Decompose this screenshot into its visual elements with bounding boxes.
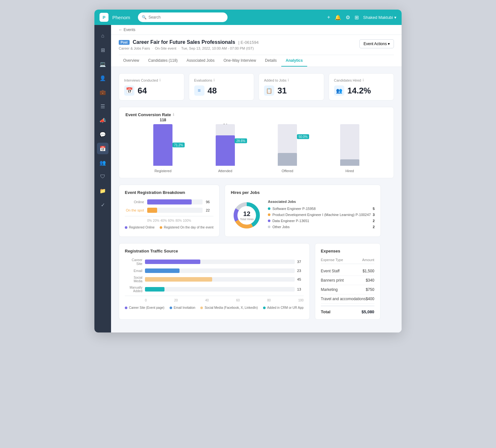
expense-row-travel: Travel and accomodations $400 bbox=[321, 294, 374, 304]
job-list-title: Associated Jobs bbox=[268, 200, 375, 204]
expense-row-marketing: Marketing $750 bbox=[321, 285, 374, 294]
traffic-row-email: Email 23 bbox=[125, 268, 304, 273]
sidebar-icon-folder[interactable]: 📁 bbox=[97, 185, 108, 196]
tab-candidates[interactable]: Candidates (118) bbox=[144, 55, 182, 67]
traffic-legend: Career Site (Event page) Email Invitatio… bbox=[125, 306, 304, 309]
sidebar-icon-grid[interactable]: ⊞ bbox=[97, 44, 108, 56]
tabs: Overview Candidates (118) Associated Job… bbox=[119, 55, 394, 67]
conv-label-hired: Hired bbox=[346, 169, 354, 173]
sidebar-icon-shield[interactable]: 🛡 bbox=[97, 171, 108, 182]
event-badge: Post bbox=[119, 40, 130, 45]
event-title: Career Fair for Future Sales Professiona… bbox=[133, 39, 235, 45]
breadcrumb[interactable]: ← Events bbox=[111, 25, 402, 35]
conv-label-registered: Registered bbox=[155, 169, 172, 173]
stat-interviews: Interviews Conducted ℹ 📅 64 bbox=[119, 73, 184, 100]
reg-axis: 0% 20% 40% 60% 80% 100% bbox=[125, 219, 213, 222]
conv-label-attended: Attended bbox=[218, 169, 232, 173]
settings-icon[interactable]: ⚙ bbox=[346, 14, 350, 20]
sidebar-icon-calendar[interactable]: 📅 bbox=[97, 143, 108, 154]
search-input[interactable] bbox=[148, 15, 224, 20]
app-logo: P bbox=[100, 13, 108, 22]
conversion-chart: 118 71.2% Registered 84 bbox=[125, 122, 387, 173]
info-icon-conv: ℹ bbox=[173, 113, 174, 117]
sidebar-icon-check[interactable]: ✓ bbox=[97, 199, 108, 211]
reg-bar-spot: On the spot 22 bbox=[125, 208, 213, 213]
sidebar-icon-chat[interactable]: 💬 bbox=[97, 129, 108, 140]
stat-interviews-label: Interviews Conducted bbox=[124, 78, 158, 82]
job-row-2: Product Development Engineer I (Machine … bbox=[268, 213, 375, 217]
stat-evaluations: Evaluations ℹ ≡ 48 bbox=[189, 73, 254, 100]
traffic-bars: Career Site 37 Email bbox=[125, 258, 304, 293]
info-icon: ℹ bbox=[159, 78, 161, 82]
bell-icon[interactable]: 🔔 bbox=[335, 14, 341, 20]
event-actions-button[interactable]: Event Actions ▾ bbox=[359, 39, 394, 48]
calendar-icon: 📅 bbox=[124, 85, 134, 96]
grid-icon[interactable]: ⊞ bbox=[355, 14, 359, 20]
user-menu[interactable]: Shaked Maktubi ▾ bbox=[363, 15, 396, 20]
donut-section: 12 Total Hires Associated Jobs Software … bbox=[231, 199, 375, 231]
expenses-card: Expenses Expense Type Amount Event Staff… bbox=[315, 243, 380, 320]
tab-one-way-interview[interactable]: One-Way Interview bbox=[219, 55, 260, 67]
reg-bar-online: Online 96 bbox=[125, 199, 213, 204]
conv-col-offered: 24 50.0% Offered bbox=[256, 118, 319, 173]
search-icon: 🔍 bbox=[142, 15, 147, 20]
event-meta: Career & Jobs Fairs · On-Site event · Tu… bbox=[119, 46, 359, 50]
info-icon-eval: ℹ bbox=[213, 78, 215, 82]
main-content: ← Events Post Career Fair for Future Sal… bbox=[111, 25, 402, 332]
event-id: | E-061594 bbox=[238, 40, 259, 45]
expense-total: Total $5,080 bbox=[321, 306, 374, 314]
info-icon-hired: ℹ bbox=[363, 78, 364, 82]
tab-overview[interactable]: Overview bbox=[119, 55, 144, 67]
stat-jobs-value: 31 bbox=[277, 86, 287, 96]
hires-per-job-title: Hires per Jobs bbox=[231, 190, 375, 195]
sidebar-icon-people[interactable]: 👥 bbox=[97, 157, 108, 168]
traffic-row-manual: Manually Added 13 bbox=[125, 286, 304, 293]
eval-icon: ≡ bbox=[194, 85, 204, 96]
expense-total-label: Total bbox=[321, 309, 331, 314]
traffic-card: Registration Traffic Source Career Site … bbox=[119, 243, 310, 320]
tab-details[interactable]: Details bbox=[260, 55, 281, 67]
add-icon[interactable]: + bbox=[327, 14, 330, 20]
sidebar-icon-briefcase[interactable]: 💼 bbox=[97, 86, 108, 98]
stat-cards: Interviews Conducted ℹ 📅 64 Evaluations bbox=[119, 73, 394, 100]
stat-jobs-label: Added to Jobs bbox=[264, 78, 286, 82]
conversion-card: Event Conversion Rate ℹ 118 71.2% bbox=[119, 107, 394, 178]
stat-evaluations-label: Evaluations bbox=[194, 78, 212, 82]
job-row-1: Software Engineer P-15958 5 bbox=[268, 207, 375, 211]
two-col-row2: Registration Traffic Source Career Site … bbox=[119, 243, 394, 320]
stat-added-jobs: Added to Jobs ℹ 📋 31 bbox=[259, 73, 324, 100]
job-list: Associated Jobs Software Engineer P-1595… bbox=[268, 200, 375, 231]
sidebar-icon-monitor[interactable]: 💻 bbox=[97, 58, 108, 70]
expenses-title: Expenses bbox=[321, 249, 374, 253]
sidebar-icon-user[interactable]: 👤 bbox=[97, 72, 108, 84]
stat-evaluations-value: 48 bbox=[208, 86, 217, 96]
traffic-axis: 0 20 40 60 80 100 bbox=[125, 299, 304, 302]
expense-row-staff: Event Staff $1,500 bbox=[321, 267, 374, 276]
sidebar-icon-list[interactable]: ☰ bbox=[97, 100, 108, 112]
sidebar: ⌂ ⊞ 💻 👤 💼 ☰ 📣 💬 📅 👥 🛡 📁 ✓ bbox=[94, 25, 111, 332]
conversion-title: Event Conversion Rate ℹ bbox=[125, 112, 387, 117]
stat-interviews-value: 64 bbox=[138, 86, 147, 96]
nav-actions: + 🔔 ⚙ ⊞ Shaked Maktubi ▾ bbox=[327, 14, 396, 20]
donut-chart: 12 Total Hires bbox=[231, 199, 263, 231]
conv-label-offered: Offered bbox=[282, 169, 293, 173]
sidebar-icon-home[interactable]: ⌂ bbox=[97, 30, 108, 42]
reg-breakdown-title: Event Registration Breakdown bbox=[125, 190, 213, 195]
sidebar-icon-megaphone[interactable]: 📣 bbox=[97, 115, 108, 126]
tab-analytics[interactable]: Analytics bbox=[281, 55, 307, 67]
traffic-row-social: Social Media 45 bbox=[125, 276, 304, 283]
expense-type-col-header: Expense Type bbox=[321, 258, 362, 262]
search-bar[interactable]: 🔍 bbox=[138, 12, 228, 22]
tab-associated-jobs[interactable]: Associated Jobs bbox=[182, 55, 219, 67]
stat-hired-label: Candidates Hired bbox=[334, 78, 361, 82]
event-header: Post Career Fair for Future Sales Profes… bbox=[111, 35, 402, 67]
registration-breakdown-card: Event Registration Breakdown Online 96 bbox=[119, 185, 220, 237]
stat-hired: Candidates Hired ℹ 👥 14.2% bbox=[329, 73, 394, 100]
info-icon-jobs: ℹ bbox=[288, 78, 289, 82]
expense-header: Expense Type Amount bbox=[321, 258, 374, 264]
top-nav: P Phenom 🔍 + 🔔 ⚙ ⊞ Shaked Maktubi ▾ bbox=[94, 10, 402, 25]
reg-legend: Registered Online Registered On the day … bbox=[125, 226, 213, 229]
traffic-row-career: Career Site 37 bbox=[125, 258, 304, 266]
jobs-icon: 📋 bbox=[264, 85, 274, 96]
conv-col-registered: 118 71.2% Registered bbox=[132, 118, 194, 173]
